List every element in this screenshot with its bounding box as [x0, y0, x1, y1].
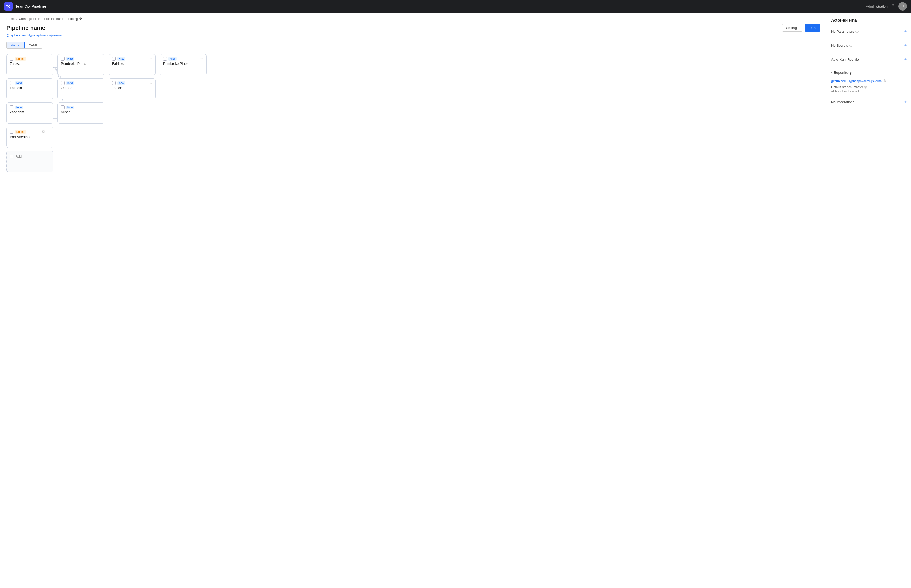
- card-checkbox[interactable]: [61, 57, 65, 61]
- pipeline-card-add[interactable]: Add: [6, 151, 53, 172]
- pipeline-column-4: New ··· Pembroke Pines: [160, 54, 207, 75]
- repo-info-icon: ⓘ: [883, 79, 886, 83]
- card-stack-icon: ⧉: [42, 129, 45, 134]
- card-checkbox[interactable]: [163, 57, 167, 61]
- tab-visual[interactable]: Visual: [6, 42, 24, 48]
- card-badge-new: New: [66, 106, 74, 109]
- pipeline-column-2: New ··· Pembroke Pines New ···: [57, 54, 104, 124]
- panel-section-repository: ▾ Repository github.com/Hypnosphi/actor-…: [831, 68, 907, 93]
- pipeline-card-zatoka[interactable]: Edited ··· Zatoka: [6, 54, 53, 75]
- card-name: Pembroke Pines: [61, 61, 101, 66]
- branch-info-icon: ⓘ: [864, 86, 867, 89]
- panel-secrets-add[interactable]: +: [904, 43, 907, 48]
- card-more-icon[interactable]: ···: [46, 130, 50, 134]
- card-checkbox[interactable]: [10, 57, 13, 61]
- pipeline-card-pembroke-pines-2[interactable]: New ··· Pembroke Pines: [160, 54, 207, 75]
- branch-note: All branches included: [831, 90, 907, 93]
- card-more-icon[interactable]: ···: [200, 57, 203, 61]
- pipeline-card-pembroke-pines-1[interactable]: New ··· Pembroke Pines: [57, 54, 104, 75]
- card-checkbox[interactable]: [61, 105, 65, 109]
- card-badge-new: New: [15, 81, 23, 85]
- card-name: Fairfield: [10, 86, 50, 90]
- admin-link[interactable]: Administration: [866, 5, 888, 8]
- panel-integrations-add[interactable]: +: [904, 99, 907, 105]
- card-name: Port Anenthal: [10, 135, 50, 139]
- pipeline-column-1: Edited ··· Zatoka New ··· F: [6, 54, 53, 172]
- card-name: Pembroke Pines: [163, 61, 203, 66]
- pipeline-canvas: Edited ··· Zatoka New ··· F: [6, 54, 820, 172]
- info-icon: ⓘ: [855, 29, 859, 34]
- panel-autorun-add[interactable]: +: [904, 57, 907, 62]
- panel-title: Actor-js-lerna: [831, 18, 907, 23]
- breadcrumb-editing: Editing ⚙: [68, 17, 82, 21]
- card-more-icon[interactable]: ···: [46, 105, 50, 109]
- panel-section-secrets: No Secrets ⓘ +: [831, 40, 907, 50]
- pipeline-card-fairfield-2[interactable]: New ··· Fairfield: [108, 54, 155, 75]
- card-more-icon[interactable]: ···: [149, 81, 152, 85]
- tab-yaml[interactable]: YAML: [24, 42, 42, 48]
- add-label: Add: [16, 154, 22, 158]
- panel-parameters-add[interactable]: +: [904, 29, 907, 34]
- card-name: Toledo: [112, 86, 152, 90]
- card-checkbox[interactable]: [112, 81, 116, 85]
- panel-section-integrations: No Integrations +: [831, 97, 907, 107]
- app-title: TeamCity Pipelines: [15, 4, 47, 8]
- card-checkbox[interactable]: [112, 57, 116, 61]
- run-button[interactable]: Run: [804, 24, 820, 32]
- card-more-icon[interactable]: ···: [97, 105, 101, 109]
- panel-section-autorun: Auto-Run Pipenile +: [831, 55, 907, 64]
- settings-button[interactable]: Settings: [782, 24, 803, 32]
- panel-repository-collapsible[interactable]: ▾ Repository: [831, 71, 852, 74]
- breadcrumb-pipeline-name[interactable]: Pipeline name: [44, 17, 64, 21]
- card-badge-new: New: [66, 81, 74, 85]
- card-name: Zatoka: [10, 61, 50, 66]
- repo-url[interactable]: github.com/Hypnosphi/actor-js-lerna: [831, 79, 882, 83]
- panel-section-parameters: No Parameters ⓘ +: [831, 27, 907, 36]
- card-checkbox[interactable]: [10, 105, 13, 109]
- breadcrumb: Home / Create pipeline / Pipeline name /…: [6, 17, 820, 21]
- card-more-icon[interactable]: ···: [97, 81, 101, 85]
- page-title: Pipeline name: [6, 24, 45, 31]
- repo-link[interactable]: ⊙ github.com/Hypnosphi/actor-js-lerna: [6, 33, 820, 37]
- pipeline-card-zaandam[interactable]: New ··· Zaandam: [6, 102, 53, 124]
- card-name: Fairfield: [112, 61, 152, 66]
- add-checkbox-icon: [10, 155, 13, 158]
- card-more-icon[interactable]: ···: [46, 57, 50, 61]
- avatar[interactable]: U: [898, 2, 907, 11]
- card-more-icon[interactable]: ···: [97, 57, 101, 61]
- panel-autorun-label: Auto-Run Pipenile: [831, 57, 859, 61]
- panel-repository-content: github.com/Hypnosphi/actor-js-lerna ⓘ De…: [831, 77, 907, 93]
- panel-parameters-label: No Parameters ⓘ: [831, 29, 859, 34]
- breadcrumb-home[interactable]: Home: [6, 17, 15, 21]
- help-icon[interactable]: ?: [892, 4, 894, 9]
- view-tabs: Visual YAML: [6, 42, 42, 49]
- card-name: Zaandam: [10, 110, 50, 114]
- card-badge-edited: Edited: [15, 130, 26, 134]
- card-more-icon[interactable]: ···: [46, 81, 50, 85]
- card-more-icon[interactable]: ···: [149, 57, 152, 61]
- card-checkbox[interactable]: [10, 81, 13, 85]
- card-badge-new: New: [15, 106, 23, 109]
- right-panel: Actor-js-lerna No Parameters ⓘ + No Secr…: [827, 13, 911, 588]
- breadcrumb-create-pipeline[interactable]: Create pipeline: [19, 17, 40, 21]
- pipeline-card-fairfield-1[interactable]: New ··· Fairfield: [6, 78, 53, 99]
- pipeline-card-orange[interactable]: New ··· Orange: [57, 78, 104, 99]
- default-branch: Default branch: master ⓘ: [831, 86, 907, 89]
- card-name: Orange: [61, 86, 101, 90]
- pipeline-card-toledo[interactable]: New ··· Toledo: [108, 78, 155, 99]
- card-checkbox[interactable]: [10, 130, 13, 134]
- pipeline-card-port-anenthal[interactable]: Edited ⧉ ··· Port Anenthal: [6, 127, 53, 148]
- card-badge-new: New: [168, 57, 176, 61]
- panel-integrations-label: No Integrations: [831, 100, 854, 104]
- info-icon: ⓘ: [850, 43, 853, 48]
- card-badge-new: New: [117, 81, 125, 85]
- card-name: Austin: [61, 110, 101, 114]
- pipeline-card-austin[interactable]: New ··· Austin: [57, 102, 104, 124]
- panel-secrets-label: No Secrets ⓘ: [831, 43, 853, 48]
- card-badge-new: New: [117, 57, 125, 61]
- pipeline-column-3: New ··· Fairfield New ··· T: [108, 54, 155, 99]
- card-checkbox[interactable]: [61, 81, 65, 85]
- settings-gear-icon[interactable]: ⚙: [79, 17, 82, 21]
- chevron-down-icon: ▾: [831, 71, 833, 74]
- tc-logo: TC: [4, 2, 13, 11]
